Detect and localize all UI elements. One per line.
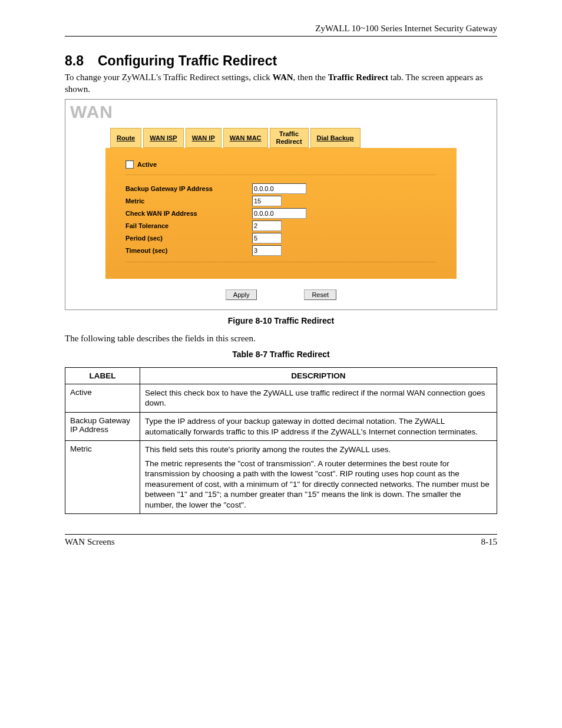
divider [125, 262, 437, 262]
page-footer: WAN Screens 8-15 [65, 534, 497, 547]
divider [125, 174, 437, 175]
row-desc: This field sets this route's priority am… [140, 441, 497, 514]
figure-caption: Figure 8-10 Traffic Redirect [65, 316, 497, 325]
section-heading: 8.8Configuring Traffic Redirect [65, 53, 497, 69]
footer-left: WAN Screens [65, 537, 115, 547]
form-panel: Active Backup Gateway IP Address Metric … [105, 148, 457, 279]
tab-wan-ip[interactable]: WAN IP [186, 128, 222, 148]
screenshot-panel: WAN Route WAN ISP WAN IP WAN MAC Traffic… [65, 99, 497, 310]
check-wan-label: Check WAN IP Address [125, 210, 252, 217]
footer-right: 8-15 [481, 537, 498, 547]
description-table: LABEL DESCRIPTION Active Select this che… [65, 367, 497, 514]
table-header-row: LABEL DESCRIPTION [65, 367, 497, 384]
tab-dial-backup[interactable]: Dial Backup [310, 128, 361, 148]
backup-gateway-label: Backup Gateway IP Address [125, 185, 252, 192]
fail-tolerance-input[interactable] [252, 220, 282, 231]
metric-label: Metric [125, 197, 252, 205]
active-label: Active [137, 161, 157, 168]
row-desc: Select this check box to have the ZyWALL… [140, 384, 497, 412]
following-text: The following table describes the fields… [65, 334, 497, 344]
period-input[interactable] [252, 233, 282, 243]
table-caption: Table 8-7 Traffic Redirect [65, 350, 497, 359]
active-checkbox[interactable] [125, 160, 134, 169]
row-label: Metric [65, 441, 140, 514]
section-title-text: Configuring Traffic Redirect [98, 53, 277, 68]
row-label: Active [65, 384, 140, 412]
reset-button[interactable]: Reset [304, 289, 336, 300]
table-row: Metric This field sets this route's prio… [65, 441, 497, 514]
check-wan-input[interactable] [252, 208, 306, 219]
backup-gateway-input[interactable] [252, 183, 306, 194]
intro-paragraph: To change your ZyWALL's Traffic Redirect… [65, 71, 497, 95]
fail-tolerance-label: Fail Tolerance [125, 222, 252, 229]
metric-input[interactable] [252, 196, 282, 206]
tab-traffic-redirect[interactable]: TrafficRedirect [270, 128, 309, 148]
running-header: ZyWALL 10~100 Series Internet Security G… [65, 24, 497, 37]
screen-title: WAN [65, 100, 497, 122]
timeout-input[interactable] [252, 245, 282, 256]
table-row: Backup Gateway IP Address Type the IP ad… [65, 412, 497, 440]
button-row: Apply Reset [105, 279, 457, 307]
apply-button[interactable]: Apply [226, 289, 257, 300]
active-row: Active [125, 160, 437, 169]
section-number: 8.8 [65, 53, 84, 69]
table-row: Active Select this check box to have the… [65, 384, 497, 412]
timeout-label: Timeout (sec) [125, 247, 252, 254]
tab-wan-mac[interactable]: WAN MAC [223, 128, 268, 148]
row-label: Backup Gateway IP Address [65, 412, 140, 440]
tab-wan-isp[interactable]: WAN ISP [143, 128, 183, 148]
tab-bar: Route WAN ISP WAN IP WAN MAC TrafficRedi… [65, 122, 497, 148]
period-label: Period (sec) [125, 235, 252, 242]
tab-route[interactable]: Route [110, 128, 141, 148]
header-description: DESCRIPTION [140, 367, 497, 384]
row-desc: Type the IP address of your backup gatew… [140, 412, 497, 440]
header-label: LABEL [65, 367, 140, 384]
